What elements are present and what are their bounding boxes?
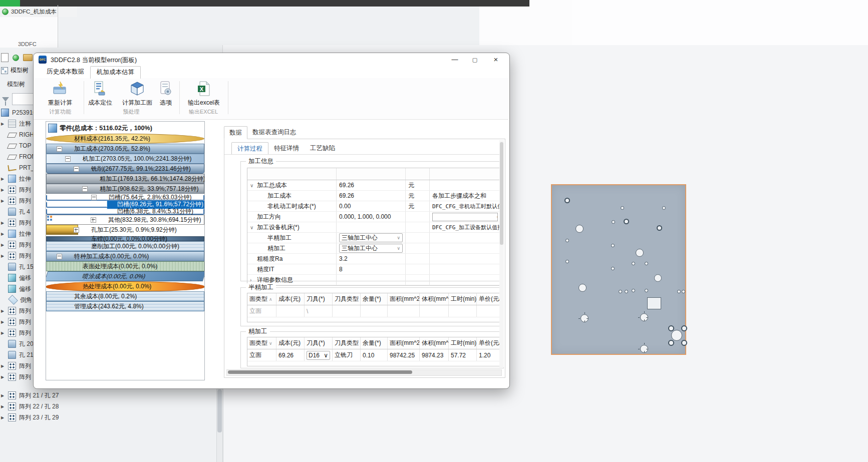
horizontal-scrollbar[interactable]: [226, 369, 502, 376]
viewport-toolbar-icon[interactable]: [605, 71, 614, 79]
table-row[interactable]: ∨加工总成本 69.26 ∨ 元: [247, 180, 501, 191]
expander-box-icon[interactable]: [91, 217, 96, 223]
close-button[interactable]: ×: [487, 54, 504, 65]
model-tree-tab[interactable]: 模型树: [1, 66, 29, 75]
column-header[interactable]: 刀具类型: [333, 293, 361, 305]
app-tab-3ddfc[interactable]: 3DDFC_机加成本: [2, 7, 77, 17]
model-tree-item[interactable]: ▶ 阵列 21 / 孔 27: [1, 390, 221, 401]
tab-feature-detail[interactable]: 特征详情: [268, 142, 305, 155]
column-header[interactable]: 余量(*): [361, 293, 388, 305]
table-row[interactable]: 粗糙度Ra 3.2 ∨: [247, 254, 501, 264]
cost-tree-item[interactable]: 凹槽(6.38元, 8.4%;5.31分钟): [46, 209, 204, 215]
table-row[interactable]: ∨加工设备机床(*) ∨ DFC_CFG_加工设备默认值推荐表(D: [247, 222, 501, 233]
expand-arrow-icon[interactable]: ▶: [1, 232, 8, 236]
viewport-toolbar-icon[interactable]: [644, 71, 653, 79]
cost-tree-item[interactable]: 精加工(908.62元, 33.9%;757.18分钟): [46, 184, 204, 194]
expand-arrow-icon[interactable]: ▶: [1, 393, 8, 398]
expander-box-icon[interactable]: [57, 254, 62, 259]
row-expand-icon[interactable]: ∨: [250, 225, 257, 230]
column-header[interactable]: [406, 168, 430, 180]
cost-tree-item[interactable]: 孔加工(25.30元, 0.9%;9.92分钟): [46, 225, 78, 235]
tab-history-cost[interactable]: 历史成本数据: [41, 66, 90, 78]
tab-calc-process[interactable]: 计算过程: [231, 142, 268, 155]
column-header[interactable]: 面积(mm^2): [388, 337, 420, 349]
table-row[interactable]: 立面 \\∨: [247, 305, 501, 317]
column-header[interactable]: [337, 168, 406, 180]
expander-box-icon[interactable]: [57, 146, 62, 152]
cost-tree-item[interactable]: 特种加工成本(0.00元, 0.0%): [46, 251, 204, 261]
expander-box-icon[interactable]: [74, 166, 79, 172]
tab-process-defect[interactable]: 工艺缺陷: [305, 142, 341, 155]
model-tree-item[interactable]: ▶ 阵列 23 / 孔 29: [1, 412, 221, 423]
column-header[interactable]: 面类型∧: [247, 293, 276, 305]
expand-arrow-icon[interactable]: ▶: [1, 243, 8, 247]
expand-arrow-icon[interactable]: ▶: [1, 188, 8, 192]
column-header[interactable]: 体积(mm^3): [420, 293, 449, 305]
vertical-scrollbar[interactable]: [499, 140, 504, 367]
cost-tree-root[interactable]: 零件(总成本：5116.02元，100%): [46, 122, 204, 134]
material-sphere-icon[interactable]: [13, 55, 19, 61]
column-header[interactable]: 体积(mm^3): [420, 337, 449, 349]
expander-box-icon[interactable]: [74, 227, 79, 233]
column-header[interactable]: 刀具(*): [305, 337, 333, 349]
minimize-button[interactable]: —: [446, 54, 463, 65]
expand-arrow-icon[interactable]: ▶: [1, 309, 8, 313]
expand-arrow-icon[interactable]: ▶: [1, 199, 8, 203]
expand-arrow-icon[interactable]: ▶: [1, 415, 8, 420]
viewport-toolbar-icon[interactable]: [553, 71, 561, 79]
maximize-button[interactable]: ▢: [466, 54, 483, 65]
viewport-toolbar-icon[interactable]: [566, 71, 574, 79]
scrollbar-thumb[interactable]: [500, 142, 503, 245]
cost-tree-item[interactable]: 铣削(2677.75元, 99.1%;2231.46分钟): [46, 164, 204, 174]
column-header[interactable]: 工时(min): [449, 337, 477, 349]
expand-arrow-icon[interactable]: ▶: [1, 320, 8, 324]
model-tree-item[interactable]: ▶ 阵列 22 / 孔 28: [1, 401, 221, 412]
expander-box-icon[interactable]: [65, 156, 71, 162]
table-row[interactable]: ›详细参数信息 ∨: [247, 275, 501, 285]
options-button[interactable]: 选项: [150, 80, 182, 107]
column-header[interactable]: [247, 168, 337, 180]
note-input[interactable]: 修改加工方向: [432, 213, 498, 221]
tab-query-log[interactable]: 数据表查询日志: [247, 126, 302, 139]
expand-arrow-icon[interactable]: ▶: [1, 364, 8, 368]
cost-tree-item[interactable]: 粗加工(1769.13元, 66.1%;1474.28分钟): [46, 174, 204, 184]
viewport-toolbar-icon[interactable]: [631, 71, 640, 79]
column-header[interactable]: 单价(元/min): [477, 337, 501, 349]
cost-tree-item[interactable]: 喷涂成本(0.00元, 0.0%): [46, 271, 205, 281]
scrollbar-thumb[interactable]: [228, 370, 412, 374]
expand-arrow-icon[interactable]: ▶: [1, 331, 8, 335]
viewport-toolbar-icon[interactable]: [592, 71, 601, 79]
table-row[interactable]: 立面69.26 D16D16∨ 立铣刀0.1098742.25 9874.235…: [247, 349, 501, 361]
machine-dropdown[interactable]: 三轴加工中心∨: [339, 233, 403, 242]
viewport-toolbar-icon[interactable]: [527, 71, 535, 79]
recalculate-button[interactable]: 重新计算: [41, 80, 80, 107]
cost-locate-button[interactable]: 成本定位: [81, 80, 120, 107]
row-expand-icon[interactable]: ∨: [250, 183, 257, 188]
column-header[interactable]: 成本(元): [276, 337, 305, 349]
tab-data[interactable]: 数据: [224, 126, 247, 139]
open-folder-icon[interactable]: [23, 54, 33, 61]
viewport-toolbar-icon[interactable]: [514, 71, 522, 79]
expander-box-icon[interactable]: [91, 195, 97, 200]
cost-tree-item[interactable]: 磨削加工(0.00元, 0.0%;0.00分钟): [46, 241, 204, 251]
cost-tree-item[interactable]: 材料成本(2161.35元, 42.2%): [46, 134, 204, 144]
column-header[interactable]: 工时(min): [449, 293, 477, 305]
viewport-toolbar-icon[interactable]: [618, 71, 627, 79]
cost-tree-item[interactable]: 车镗(0.00元, 0.0%;0.00分钟): [46, 236, 204, 241]
row-expand-icon[interactable]: ›: [250, 277, 257, 283]
cost-tree-item[interactable]: 热处理成本(0.00元, 0.0%): [46, 281, 204, 291]
column-header[interactable]: [430, 168, 501, 180]
viewport-toolbar-icon[interactable]: [579, 71, 588, 79]
expand-arrow-icon[interactable]: ▶: [1, 221, 8, 225]
export-excel-button[interactable]: X 输出excel表: [183, 80, 225, 107]
cost-tree-item[interactable]: 加工成本(2703.05元, 52.8%): [46, 144, 204, 154]
table-row[interactable]: 非机动工时成本(*) 0.00 ∨ 元 DFC_CFG_非机动工时默认值(DFC…: [247, 201, 501, 212]
column-header[interactable]: 单价(元/min): [477, 293, 501, 305]
expander-box-icon[interactable]: [82, 186, 88, 192]
expand-arrow-icon[interactable]: ▶: [1, 177, 8, 181]
table-row[interactable]: 精度IT 8 ∨: [247, 264, 501, 275]
expand-arrow-icon[interactable]: ▶: [1, 254, 8, 258]
viewport-toolbar-icon[interactable]: [540, 71, 548, 79]
cost-tree-item[interactable]: 表面处理成本(0.00元, 0.0%): [46, 261, 204, 271]
table-row[interactable]: 半精加工 三轴加工中心∨: [247, 233, 501, 243]
